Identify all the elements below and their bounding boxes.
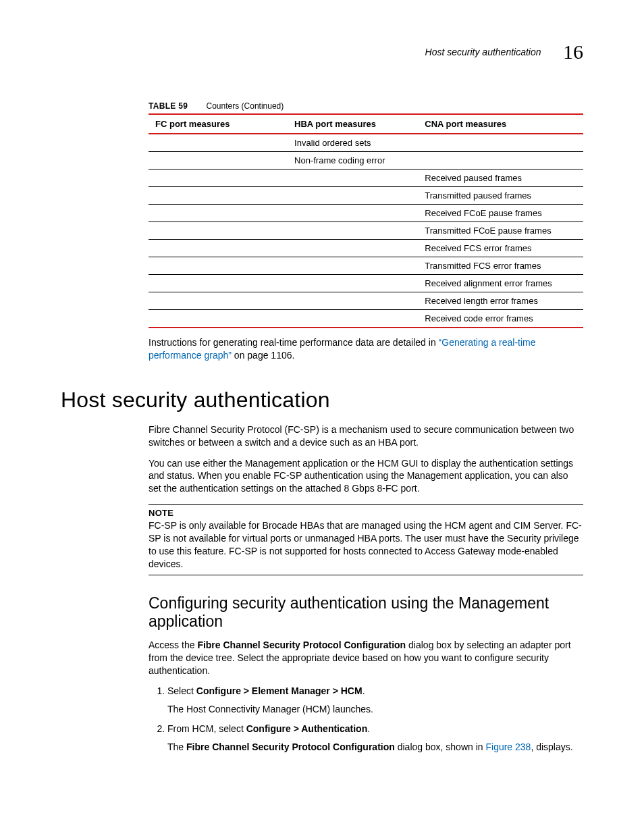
table-cell [288,310,418,328]
intro-bold: Fibre Channel Security Protocol Configur… [197,640,406,650]
table-body: Invalid ordered setsNon-frame coding err… [149,134,583,328]
table-cell [288,170,418,187]
step-1: Select Configure > Element Manager > HCM… [167,685,583,716]
note-block: NOTE FC-SP is only available for Brocade… [149,504,583,575]
table-cell [149,152,288,170]
table-cell [149,222,288,240]
table-cell [288,222,418,240]
table-cell [149,240,288,257]
table-cell [288,275,418,292]
step-2: From HCM, select Configure > Authenticat… [167,723,583,754]
post-table-trail: on page 1106. [232,350,294,361]
table-cell [149,134,288,152]
table-cell [288,292,418,310]
table-cell: Transmitted paused frames [418,187,583,205]
step2-sub: The Fibre Channel Security Protocol Conf… [167,741,583,754]
table-row: Received length error frames [149,292,583,310]
table-cell: Invalid ordered sets [288,134,418,152]
step2-sub-post: , displays. [531,741,572,752]
table-row: Received alignment error frames [149,275,583,292]
step1-bold: Configure > Element Manager > HCM [196,685,363,696]
step2-bold: Configure > Authentication [246,723,368,734]
table-cell [149,170,288,187]
step1-sub: The Host Connectivity Manager (HCM) laun… [167,703,583,716]
subsection-heading: Configuring security authentication usin… [149,594,583,631]
section-p1: Fibre Channel Security Protocol (FC-SP) … [149,423,583,449]
table-row: Transmitted paused frames [149,187,583,205]
figure-238-link[interactable]: Figure 238 [485,741,531,752]
section-heading: Host security authentication [61,388,583,413]
table-row: Received paused frames [149,170,583,187]
counters-table: FC port measures HBA port measures CNA p… [149,113,583,328]
step1-post: . [363,685,365,696]
table-cell: Received FCoE pause frames [418,205,583,222]
table-cell: Received code error frames [418,310,583,328]
note-body: FC-SP is only available for Brocade HBAs… [149,519,583,571]
subsection-intro: Access the Fibre Channel Security Protoc… [149,639,583,677]
table-cell [149,187,288,205]
table-row: Received FCS error frames [149,240,583,257]
table-cell [149,310,288,328]
table-cell [288,187,418,205]
table-cell [418,134,583,152]
running-header-title: Host security authentication [425,47,541,57]
table-cell: Received FCS error frames [418,240,583,257]
chapter-number: 16 [563,41,583,63]
intro-pre: Access the [149,640,197,650]
table-cell [149,205,288,222]
table-caption: TABLE 59 Counters (Continued) [149,101,583,111]
steps-list: Select Configure > Element Manager > HCM… [149,685,583,754]
table-cell [418,152,583,170]
table-cell [149,275,288,292]
step2-post: . [367,723,370,734]
step2-sub-mid: dialog box, shown in [395,741,486,752]
table-cell: Received paused frames [418,170,583,187]
table-cell: Received length error frames [418,292,583,310]
table-cell [149,292,288,310]
step2-sub-bold: Fibre Channel Security Protocol Configur… [186,741,395,752]
table-cell [288,205,418,222]
table-row: Invalid ordered sets [149,134,583,152]
table-cell: Non-frame coding error [288,152,418,170]
running-header: Host security authentication 16 [61,41,583,63]
table-header-row: FC port measures HBA port measures CNA p… [149,114,583,134]
post-table-paragraph: Instructions for generating real-time pe… [149,336,583,362]
step2-pre: From HCM, select [167,723,246,734]
section-p2: You can use either the Management applic… [149,457,583,496]
step1-pre: Select [167,685,196,696]
col-header-hba: HBA port measures [288,114,418,134]
step2-sub-pre: The [167,741,186,752]
table-cell: Received alignment error frames [418,275,583,292]
table-row: Non-frame coding error [149,152,583,170]
table-cell: Transmitted FCoE pause frames [418,222,583,240]
table-caption-label: TABLE 59 [149,101,188,111]
table-cell: Transmitted FCS error frames [418,257,583,275]
table-row: Received code error frames [149,310,583,328]
table-cell [288,240,418,257]
table-cell [149,257,288,275]
post-table-lead: Instructions for generating real-time pe… [149,337,439,348]
table-caption-title: Counters (Continued) [207,101,284,111]
table-cell [288,257,418,275]
note-label: NOTE [149,508,583,518]
col-header-cna: CNA port measures [418,114,583,134]
table-row: Received FCoE pause frames [149,205,583,222]
table-row: Transmitted FCoE pause frames [149,222,583,240]
col-header-fc: FC port measures [149,114,288,134]
table-row: Transmitted FCS error frames [149,257,583,275]
